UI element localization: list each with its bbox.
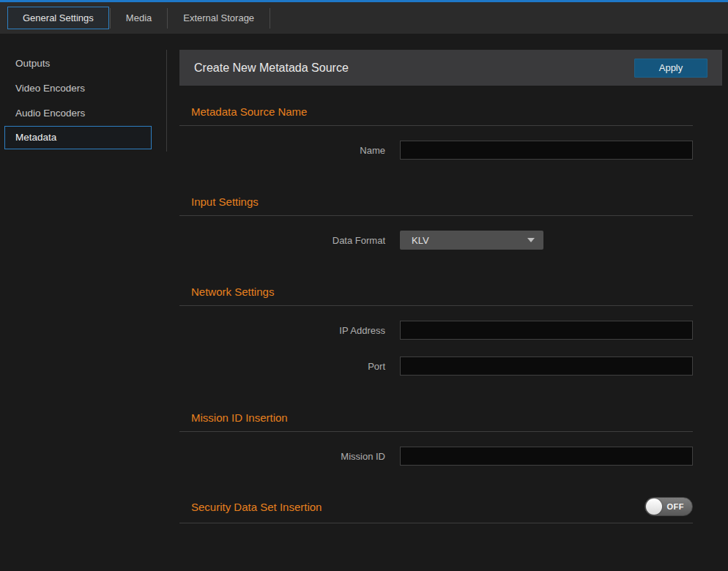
ip-address-input[interactable] (400, 321, 693, 340)
tab-divider (110, 8, 111, 29)
name-input[interactable] (400, 141, 693, 160)
top-tab-bar: General Settings Media External Storage (0, 0, 728, 34)
form-row-mission-id: Mission ID (179, 447, 693, 466)
form-row-data-format: Data Format KLV (179, 231, 693, 250)
section-heading-network-settings: Network Settings (179, 285, 693, 306)
form-content: Metadata Source Name Name Input Settings… (179, 105, 693, 523)
panel-header: Create New Metatada Source Apply (179, 50, 722, 86)
tab-divider (167, 8, 168, 29)
sidebar-item-video-encoders[interactable]: Video Encoders (0, 76, 165, 101)
toggle-state-label: OFF (667, 502, 685, 511)
port-label: Port (179, 361, 385, 372)
section-network-settings: Network Settings IP Address Port (179, 285, 693, 376)
section-mission-id-insertion: Mission ID Insertion Mission ID (179, 411, 693, 466)
sidebar-item-outputs[interactable]: Outputs (0, 51, 165, 76)
apply-button[interactable]: Apply (634, 59, 707, 78)
tab-external-storage[interactable]: External Storage (168, 7, 269, 29)
section-heading-metadata-source-name: Metadata Source Name (179, 105, 693, 126)
name-label: Name (179, 145, 385, 156)
section-metadata-source-name: Metadata Source Name Name (179, 105, 693, 160)
mission-id-input[interactable] (400, 447, 693, 466)
tab-media[interactable]: Media (111, 7, 166, 29)
main-content: Create New Metatada Source Apply Metadat… (179, 34, 722, 523)
form-row-port: Port (179, 357, 693, 376)
toggle-knob (646, 499, 662, 515)
section-security-data-set-insertion: Security Data Set Insertion OFF (179, 497, 693, 523)
data-format-dropdown[interactable]: KLV (400, 231, 543, 250)
mission-id-label: Mission ID (179, 451, 385, 462)
form-row-ip-address: IP Address (179, 321, 693, 340)
sidebar-item-metadata[interactable]: Metadata (4, 126, 152, 149)
ip-address-label: IP Address (179, 325, 385, 336)
section-heading-security-data-set-insertion: Security Data Set Insertion (191, 501, 322, 513)
tab-general-settings[interactable]: General Settings (7, 7, 109, 29)
data-format-label: Data Format (179, 235, 385, 246)
sidebar-item-audio-encoders[interactable]: Audio Encoders (0, 101, 165, 126)
section-heading-input-settings: Input Settings (179, 195, 693, 216)
section-heading-mission-id-insertion: Mission ID Insertion (179, 411, 693, 432)
data-format-selected-value: KLV (412, 235, 429, 246)
security-data-set-toggle[interactable]: OFF (645, 497, 693, 516)
port-input[interactable] (400, 357, 693, 376)
form-row-name: Name (179, 141, 693, 160)
section-input-settings: Input Settings Data Format KLV (179, 195, 693, 250)
sidebar-vertical-divider (166, 50, 167, 152)
tab-divider (270, 8, 270, 29)
sidebar-nav: Outputs Video Encoders Audio Encoders Me… (0, 34, 165, 149)
chevron-down-icon (527, 238, 535, 242)
page-title: Create New Metatada Source (194, 61, 349, 75)
